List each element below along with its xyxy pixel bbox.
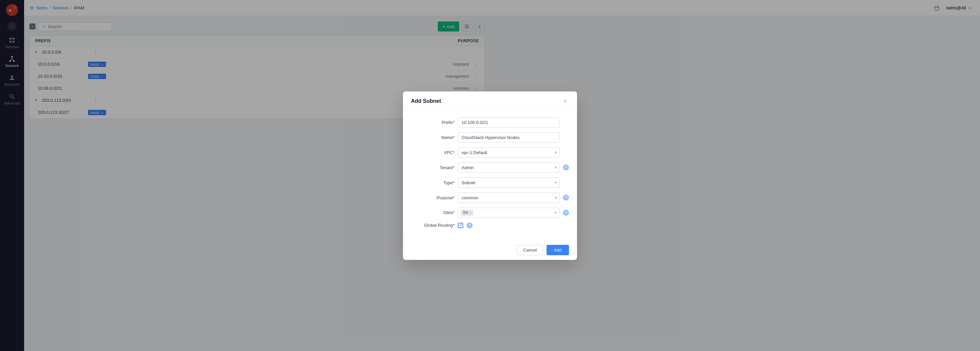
name-label: Name*	[411, 135, 455, 140]
vpc-select[interactable]: vpc-1:Default	[458, 147, 490, 158]
modal-overlay: Add Subnet × Prefix* ? Name* ? VPC*	[0, 0, 490, 176]
tenant-label: Tenant*	[411, 165, 455, 170]
form-row-vpc: VPC* vpc-1:Default ▾ ?	[411, 147, 490, 158]
form-row-tenant: Tenant* Admin ▾ ?	[411, 163, 490, 173]
modal-title: Add Subnet	[411, 98, 441, 104]
vpc-label: VPC*	[411, 150, 455, 155]
form-row-prefix: Prefix* ?	[411, 117, 490, 128]
prefix-input[interactable]	[458, 117, 490, 128]
modal-header: Add Subnet ×	[403, 91, 490, 110]
form-row-name: Name* ?	[411, 132, 490, 143]
name-input[interactable]	[458, 132, 490, 143]
tenant-select-wrap: Admin ▾	[458, 163, 490, 173]
vpc-select-wrap: vpc-1:Default ▾	[458, 147, 490, 158]
prefix-label: Prefix*	[411, 120, 455, 125]
tenant-select[interactable]: Admin	[458, 163, 490, 173]
add-subnet-modal: Add Subnet × Prefix* ? Name* ? VPC*	[403, 91, 490, 176]
modal-body: Prefix* ? Name* ? VPC* vpc-1:Default ▾	[403, 110, 490, 176]
